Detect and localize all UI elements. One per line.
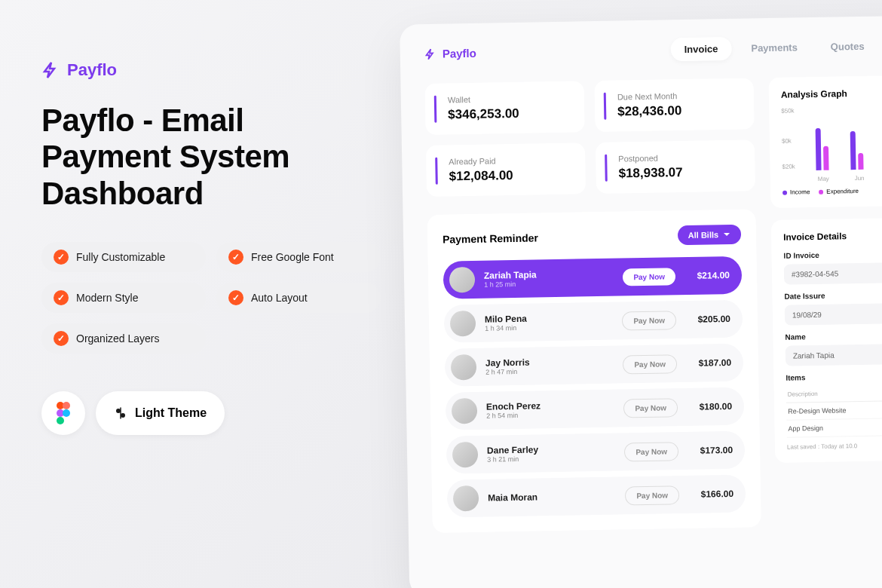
- svg-point-1: [63, 402, 70, 409]
- reminder-title: Payment Reminder: [443, 231, 538, 245]
- bolt-icon: [424, 47, 436, 60]
- payment-reminder-card: Payment Reminder All Bills Zariah Tapia …: [427, 209, 761, 533]
- reminder-time: 3 h 21 min: [487, 454, 615, 464]
- bolt-icon: [41, 61, 60, 79]
- feature-layers: Organized Layers: [41, 323, 206, 354]
- stat-due: Due Next Month $28,436.00: [594, 78, 754, 132]
- bar-group: [815, 128, 828, 170]
- avatar: [453, 485, 479, 512]
- avatar: [452, 442, 479, 468]
- svg-point-4: [57, 417, 64, 424]
- pay-now-button[interactable]: Pay Now: [623, 354, 677, 374]
- reminder-row[interactable]: Dane Farley 3 h 21 min Pay Now $173.00: [446, 431, 746, 474]
- promo-logo: Payflo: [41, 60, 381, 80]
- reminder-amount: $205.00: [685, 314, 730, 325]
- tab-invoice[interactable]: Invoice: [670, 37, 731, 61]
- reminder-name: Maia Moran: [488, 491, 617, 504]
- reminder-row[interactable]: Enoch Perez 2 h 54 min Pay Now $180.00: [446, 387, 745, 430]
- avatar: [452, 398, 478, 424]
- stat-wallet: Wallet $346,253.00: [424, 81, 584, 135]
- pay-now-button[interactable]: Pay Now: [623, 398, 678, 418]
- avatar: [450, 311, 476, 337]
- promo-title: Payflo - Email Payment System Dashboard: [41, 103, 381, 212]
- reminder-time: 1 h 25 min: [484, 279, 614, 289]
- theme-icon: [114, 406, 127, 420]
- reminder-amount: $180.00: [687, 401, 732, 412]
- feature-font: Free Google Font: [216, 242, 381, 272]
- svg-point-6: [121, 413, 125, 418]
- reminder-amount: $187.00: [686, 357, 731, 369]
- figma-icon: [56, 402, 71, 424]
- reminder-row[interactable]: Zariah Tapia 1 h 25 min Pay Now $214.00: [443, 256, 743, 299]
- reminder-time: 1 h 34 min: [485, 323, 613, 332]
- bar-group: [850, 131, 863, 170]
- bar-income: [815, 128, 821, 170]
- graph-title: Analysis Graph: [781, 87, 882, 100]
- tab-payments[interactable]: Payments: [737, 35, 811, 60]
- bar-income: [850, 131, 856, 170]
- id-invoice-field[interactable]: #3982-04-545: [784, 262, 882, 285]
- reminder-amount: $214.00: [684, 270, 730, 281]
- svg-point-3: [63, 409, 70, 417]
- svg-point-5: [116, 409, 121, 413]
- feature-autolayout: Auto Layout: [216, 283, 381, 313]
- name-field[interactable]: Zariah Tapia: [786, 344, 882, 366]
- analysis-graph-card: Analysis Graph $50k $0k $20k May Jun Ju …: [768, 75, 882, 208]
- pay-now-button[interactable]: Pay Now: [623, 268, 675, 286]
- legend-income: Income: [782, 188, 810, 196]
- bar-expenditure: [858, 152, 863, 170]
- avatar: [449, 267, 476, 293]
- tab-quotes[interactable]: Quotes: [817, 34, 878, 58]
- dashboard-mockup: Payflo Invoice Payments Quotes O Wallet …: [400, 15, 882, 588]
- legend-expenditure: Expenditure: [819, 188, 859, 195]
- feature-customizable: Fully Customizable: [41, 242, 206, 272]
- dash-logo: Payflo: [424, 47, 476, 60]
- reminder-time: 2 h 47 min: [485, 366, 614, 376]
- promo-logo-text: Payflo: [67, 60, 117, 80]
- stat-paid: Already Paid $12,084.00: [426, 142, 586, 197]
- feature-modern: Modern Style: [41, 283, 206, 313]
- avatar: [451, 354, 477, 381]
- reminder-row[interactable]: Milo Pena 1 h 34 min Pay Now $205.00: [444, 300, 743, 343]
- reminder-amount: $173.00: [688, 445, 733, 456]
- check-icon: [228, 250, 243, 265]
- theme-badge: Light Theme: [96, 391, 225, 435]
- check-icon: [228, 290, 243, 305]
- reminder-amount: $166.00: [688, 488, 733, 500]
- reminder-row[interactable]: Jay Norris 2 h 47 min Pay Now $187.00: [445, 344, 744, 387]
- bar-expenditure: [823, 146, 829, 170]
- reminder-row[interactable]: Maia Moran Pay Now $166.00: [447, 475, 746, 518]
- all-bills-dropdown[interactable]: All Bills: [677, 225, 741, 245]
- check-icon: [54, 250, 69, 265]
- stat-postponed: Postponed $18,938.07: [596, 139, 755, 194]
- figma-badge: [41, 391, 85, 435]
- check-icon: [54, 290, 69, 305]
- last-saved: Last saved : Today at 10.0: [787, 442, 882, 451]
- pay-now-button[interactable]: Pay Now: [625, 485, 679, 505]
- reminder-time: 2 h 54 min: [486, 410, 614, 420]
- date-field[interactable]: 19/08/29: [785, 303, 882, 326]
- check-icon: [54, 331, 69, 346]
- invoice-details-card: Invoice Details ID Invoice #3982-04-545 …: [771, 218, 882, 463]
- pay-now-button[interactable]: Pay Now: [624, 442, 678, 461]
- pay-now-button[interactable]: Pay Now: [622, 311, 676, 330]
- chevron-down-icon: [723, 231, 730, 238]
